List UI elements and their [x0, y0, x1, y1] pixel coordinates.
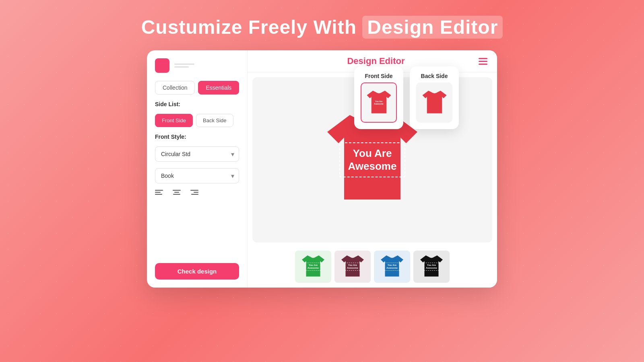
page-title-part1: Custumize Freely With [141, 16, 363, 38]
side-list-buttons: Front Side Back Side [155, 114, 239, 127]
font-dropdown[interactable]: Circular Std [155, 146, 239, 162]
thumb-text-green: You AreAwesome [305, 263, 321, 270]
thumb-blue[interactable]: You AreAwesome [374, 251, 410, 283]
align-bar-c2 [174, 192, 179, 193]
thumb-text-darkred: You AreAwesome [345, 263, 360, 270]
front-style-label: Front Style: [155, 134, 239, 140]
page-title: Custumize Freely With Design Editor [141, 16, 503, 38]
logo-box [155, 58, 169, 73]
logo-lines [174, 64, 194, 68]
logo-line-2 [174, 66, 189, 68]
back-side-button[interactable]: Back Side [196, 114, 233, 127]
back-side-preview-label: Back Side [421, 73, 448, 79]
align-bar-c3 [173, 194, 180, 195]
front-side-preview-img: You AreAwesome [361, 82, 397, 123]
align-center-button[interactable] [173, 190, 181, 195]
tab-buttons: Collection Essentials [155, 81, 239, 95]
back-side-preview-img [416, 82, 452, 123]
thumb-text-black: You AreAwesome [424, 263, 439, 270]
back-side-preview-card[interactable]: Back Side [410, 66, 459, 129]
align-bar-1 [155, 190, 163, 191]
tab-collection[interactable]: Collection [155, 81, 195, 95]
side-list-label: Side List: [155, 101, 239, 107]
align-bar-3 [155, 194, 162, 195]
logo-line-1 [174, 64, 194, 65]
preview-tshirt-back [419, 88, 450, 118]
editor-title: Design Editor [347, 56, 405, 66]
align-right-button[interactable] [190, 190, 198, 195]
design-text-overlay: You AreAwesome [339, 142, 406, 177]
weight-dropdown-wrapper: Book [155, 168, 239, 183]
align-bar-c1 [173, 190, 181, 191]
preview-text-front: You AreAwesome [374, 100, 383, 105]
menu-bar-2 [479, 61, 487, 62]
font-dropdown-wrapper: Circular Std [155, 146, 239, 162]
align-left-button[interactable] [155, 190, 163, 195]
sidebar-header [155, 58, 239, 73]
hamburger-menu-icon[interactable] [479, 58, 487, 65]
menu-bar-1 [479, 58, 487, 59]
thumb-darkred[interactable]: You AreAwesome [334, 251, 371, 283]
check-design-button[interactable]: Check design [155, 263, 239, 280]
align-bar-r3 [191, 194, 198, 195]
weight-dropdown[interactable]: Book [155, 168, 239, 183]
front-side-button[interactable]: Front Side [155, 114, 193, 127]
front-side-preview-label: Front Side [365, 73, 392, 79]
thumbnails-row: You AreAwesome You AreAwesome You AreAwe… [248, 247, 497, 288]
thumb-black[interactable]: You AreAwesome [413, 251, 450, 283]
page-title-highlight: Design Editor [362, 16, 503, 39]
menu-bar-3 [479, 64, 487, 65]
front-side-preview-card[interactable]: Front Side You AreAwesome [354, 66, 403, 129]
side-preview-cards: Front Side You AreAwesome Back Side [354, 66, 459, 129]
tab-essentials[interactable]: Essentials [198, 81, 239, 95]
align-bar-2 [155, 192, 161, 193]
design-text: You AreAwesome [348, 147, 397, 172]
align-bar-r1 [190, 190, 198, 191]
align-bar-r2 [194, 192, 198, 193]
thumb-green[interactable]: You AreAwesome [295, 251, 331, 283]
thumb-text-blue: You AreAwesome [384, 263, 400, 270]
sidebar: Collection Essentials Side List: Front S… [147, 50, 248, 288]
align-buttons [155, 190, 239, 195]
